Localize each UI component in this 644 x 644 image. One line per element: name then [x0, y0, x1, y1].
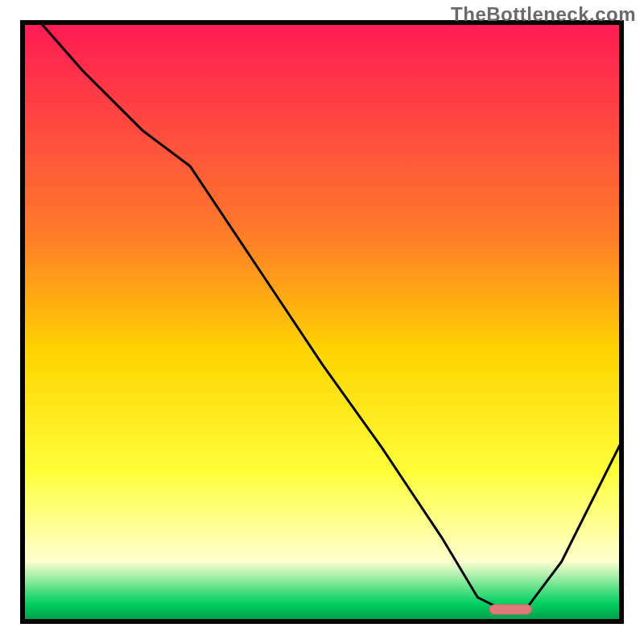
chart-frame: TheBottleneck.com [0, 0, 644, 644]
bottleneck-plot [0, 0, 644, 644]
plot-background [23, 23, 621, 621]
watermark-text: TheBottleneck.com [451, 3, 636, 26]
optimum-marker [489, 605, 531, 614]
